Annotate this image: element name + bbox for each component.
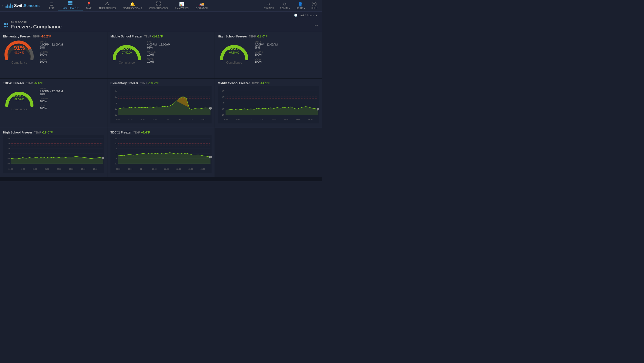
chart-title-middle: Middle School Freezer TEMP -14.1°F [218,81,319,85]
time-label: Last 4 hours [299,14,314,17]
nav-item-notifications[interactable]: 🔔 NOTIFICATIONS [119,1,146,11]
dispatch-icon: 🚚 [199,2,204,7]
svg-text:10: 10 [115,143,117,145]
logo-bar-3 [9,6,10,8]
chart-title-tdc1: TDC#1 Freezer TEMP -6.4°F [110,130,212,134]
svg-text:20:00: 20:00 [9,168,13,170]
gauge-area-middle: 100% 07:50:00 Compliance SHIFT 4:00PM - … [110,39,212,64]
svg-point-57 [317,108,319,110]
nav-item-analytics[interactable]: 📊 ANALYTICS [171,1,192,11]
nav-item-list[interactable]: ☰ LIST [46,1,58,11]
gauge-label-tdc1: Compliance [11,108,27,111]
panel-high-school-gauge: High School Freezer TEMP -18.0°F 100% 07… [215,32,322,78]
back-button[interactable]: ‹ [2,3,4,8]
svg-rect-58 [3,135,104,173]
chart-tdc1: TDC#1 Freezer TEMP -6.4°F 15 10 5 0 -5 -… [107,128,215,177]
nav-switch[interactable]: ⇄ SWITCH [261,1,276,11]
nav-help[interactable]: ? HELP [308,1,320,11]
svg-rect-11 [110,86,212,123]
svg-text:21:30: 21:30 [152,168,157,170]
breadcrumb-left: DASHBOARD Freezers Compliance [4,21,62,30]
svg-text:21:30: 21:30 [260,118,264,121]
svg-text:20:30: 20:30 [21,168,25,170]
panel-title-tdc1: TDC#1 Freezer TEMP -6.4°F [3,81,104,85]
gauge-area-elementary: 91% 07:09:52 Compliance SHIFT 4:00PM - 1… [3,39,104,64]
subbar: 🕐 Last 4 hours ▼ [0,12,322,19]
gauge-text-tdc1: 100% 07:50:00 [3,92,36,101]
breadcrumb: DASHBOARD Freezers Compliance ✏ [0,19,322,32]
svg-text:-20: -20 [7,158,10,160]
stats-elementary: SHIFT 4:00PM - 12:00AM 98% ONLINE 100% G… [40,40,63,64]
nav-label-dashboards: DASHBOARDS [61,7,79,10]
svg-text:-30: -30 [7,162,10,165]
svg-rect-0 [68,1,70,3]
user-icon: 👤 [298,2,303,7]
chevron-down-icon: ▼ [315,14,318,17]
goal-stat: GOAL 100% [40,58,63,63]
grid-dot-4 [7,26,8,27]
gauge-elementary: 91% 07:09:52 [3,40,36,60]
chart-svg-area-tdc1: 15 10 5 0 -5 -10 20:00 20:30 21:00 21:30… [110,135,212,173]
chart-title-high: High School Freezer TEMP -18.0°F [3,130,104,134]
list-icon: ☰ [50,2,54,7]
gauge-high: 100% 07:50:00 [218,40,251,60]
nav-admin[interactable]: ⚙ ADMIN ▾ [277,1,292,11]
logo-text-swift: Swift [14,4,24,8]
gauge-text-high: 100% 07:50:00 [218,45,251,54]
chart-high-school: High School Freezer TEMP -18.0°F 20 10 0… [0,128,107,177]
nav-label-analytics: ANALYTICS [175,7,189,10]
panel-title-high: High School Freezer TEMP -18.0°F [218,34,319,38]
svg-text:21:30: 21:30 [45,168,49,170]
svg-text:-10: -10 [114,162,117,165]
logo-bar-2 [7,5,8,8]
nav-user[interactable]: 👤 USER ▾ [293,1,307,11]
nav-label-list: LIST [49,7,54,10]
chart-svg-area-high: 20 10 0 -10 -20 -30 20:00 20:30 21:00 21… [3,135,104,173]
svg-text:-5: -5 [115,158,117,160]
svg-text:0: 0 [116,102,117,104]
nav-item-dispatch[interactable]: 🚚 DISPATCH [192,1,212,11]
gauge-text-middle: 100% 07:50:00 [110,45,143,54]
svg-text:15: 15 [115,138,117,140]
gauge-tdc1: 100% 07:50:00 [3,87,36,107]
nav-item-thresholds[interactable]: THRESHOLDS [95,1,119,11]
nav-item-conversions[interactable]: CONVERSIONS [146,1,171,11]
svg-text:-20: -20 [222,114,225,116]
time-filter[interactable]: 🕐 Last 4 hours ▼ [294,14,318,17]
panel-tdc1-gauge: TDC#1 Freezer TEMP -6.4°F 100% 07:50:00 … [0,79,107,128]
panel-middle-school-gauge: Middle School Freezer TEMP -14.1°F 100% … [107,32,215,78]
svg-text:23:00: 23:00 [81,168,86,170]
help-icon: ? [312,2,316,6]
svg-rect-9 [159,2,160,3]
gauge-label-elementary: Compliance [11,61,27,64]
goal-stat-tdc1: GOAL 100% [40,104,63,110]
notifications-icon: 🔔 [130,2,135,7]
nav-label-conversions: CONVERSIONS [149,7,168,10]
shift-stat-middle: SHIFT 4:00PM - 12:00AM 98% [147,40,170,49]
svg-text:-10: -10 [114,108,117,110]
panel-empty [215,128,322,177]
edit-button[interactable]: ✏ [315,23,318,28]
svg-text:23:30: 23:30 [308,118,312,121]
svg-text:0: 0 [9,148,10,150]
svg-text:20:30: 20:30 [128,168,133,170]
svg-text:21:30: 21:30 [152,118,156,121]
svg-point-82 [102,157,104,159]
chart-svg-area-elementary: 20 10 0 -10 -20 20:00 20:30 21:00 21:30 … [110,86,212,123]
svg-point-6 [107,4,107,5]
online-stat: ONLINE 100% [40,51,63,56]
nav-item-map[interactable]: 📍 MAP [83,1,95,11]
svg-text:20: 20 [115,90,117,92]
svg-rect-35 [218,86,319,123]
nav-item-dashboards[interactable]: DASHBOARDS [58,0,83,11]
gauge-text-elementary: 91% 07:09:52 [3,45,36,54]
svg-text:20:00: 20:00 [116,118,120,121]
svg-text:22:00: 22:00 [164,118,169,121]
gauge-label-high: Compliance [226,61,242,64]
nav-label-notifications: NOTIFICATIONS [123,7,142,10]
svg-text:-10: -10 [7,153,10,155]
svg-text:21:00: 21:00 [140,168,145,170]
admin-icon: ⚙ [283,2,287,7]
logo: SwiftSensors [6,4,39,8]
goal-stat-high: GOAL 100% [255,58,278,63]
